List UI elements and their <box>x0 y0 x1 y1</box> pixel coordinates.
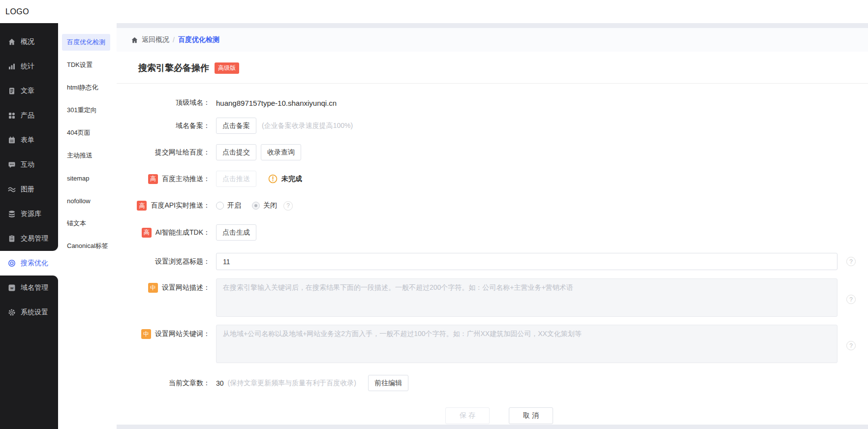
radio-off-checked[interactable] <box>252 202 260 210</box>
content-card: 返回概况 / 百度优化检测 搜索引擎必备操作 高级版 顶级域名： huang89… <box>117 28 868 425</box>
sidebar-item-label: 文章 <box>21 87 34 95</box>
sidebar-item-label: 域名管理 <box>21 283 48 292</box>
sidebar-item-seo[interactable]: 搜索优化 <box>0 251 58 276</box>
database-icon <box>8 210 16 218</box>
main-area: 返回概况 / 百度优化检测 搜索引擎必备操作 高级版 顶级域名： huang89… <box>117 23 868 429</box>
field-label: 百度API实时推送： <box>151 201 210 210</box>
help-icon[interactable]: ? <box>846 295 856 304</box>
breadcrumb-separator: / <box>173 36 175 44</box>
sidebar-item-label: 表单 <box>21 136 34 145</box>
sidebar-item-trade[interactable]: 交易管理 <box>0 226 58 251</box>
article-count-hint: (保持文章更新频率与质量有利于百度收录) <box>228 379 356 388</box>
radio-on-label[interactable]: 开启 <box>227 201 241 210</box>
home-icon <box>131 36 138 44</box>
cancel-button[interactable]: 取 消 <box>509 407 553 424</box>
submit-url-button[interactable]: 点击提交 <box>216 144 256 160</box>
sidebar-item-library[interactable]: 资源库 <box>0 202 58 226</box>
submenu-item-nofollow[interactable]: nofollow <box>58 189 117 212</box>
logo: LOGO <box>5 7 29 16</box>
site-desc-textarea[interactable] <box>216 278 837 317</box>
page-title: 搜索引擎必备操作 <box>138 62 209 74</box>
sidebar-item-label: 系统设置 <box>21 308 48 317</box>
seo-form: 顶级域名： huang897157type-10.shanxiyunqi.cn … <box>117 84 868 424</box>
radio-on[interactable] <box>216 202 224 210</box>
radio-off-label[interactable]: 关闭 <box>263 201 277 210</box>
sidebar-item-label: 资源库 <box>21 210 41 218</box>
sidebar-item-forms[interactable]: 表单 <box>0 128 58 153</box>
help-icon[interactable]: ? <box>283 201 293 211</box>
svg-text:w: w <box>10 286 14 290</box>
secondary-sidebar: 百度优化检测 TDK设置 html静态化 301重定向 404页面 主动推送 s… <box>58 23 117 429</box>
form-row-api-push: 高 百度API实时推送： 开启 关闭 ? <box>117 201 868 211</box>
mid-tag: 中 <box>141 329 151 339</box>
submenu-item-baidu-check[interactable]: 百度优化检测 <box>58 31 117 54</box>
sidebar-item-articles[interactable]: 文章 <box>0 79 58 103</box>
sidebar-item-label: 产品 <box>21 111 34 120</box>
article-count-value: 30 <box>216 379 224 387</box>
premium-badge: 高级版 <box>215 62 239 74</box>
sidebar-item-label: 统计 <box>21 62 34 71</box>
grid-icon <box>8 112 16 120</box>
field-label: 域名备案： <box>176 122 210 130</box>
field-label: AI智能生成TDK： <box>155 228 210 237</box>
sidebar-item-overview[interactable]: 概况 <box>0 30 58 54</box>
submenu-item-canonical[interactable]: Canonical标签 <box>58 235 117 257</box>
status-incomplete: 未完成 <box>281 175 302 184</box>
browser-title-input[interactable] <box>216 253 837 270</box>
field-label: 顶级域名： <box>176 98 210 107</box>
sidebar-item-gallery[interactable]: 图册 <box>0 177 58 202</box>
submenu-item-301[interactable]: 301重定向 <box>58 99 117 122</box>
sidebar-item-label: 概况 <box>21 37 34 46</box>
form-row-baidu-submit: 提交网址给百度： 点击提交 收录查询 <box>117 144 868 160</box>
document-icon <box>8 87 16 95</box>
breadcrumb: 返回概况 / 百度优化检测 <box>117 28 868 52</box>
sidebar-item-label: 图册 <box>21 185 34 194</box>
submenu-item-tdk[interactable]: TDK设置 <box>58 54 117 76</box>
chart-icon <box>8 62 16 70</box>
gear-icon <box>8 308 16 316</box>
site-keywords-textarea[interactable] <box>216 325 837 363</box>
sidebar-item-domain[interactable]: w 域名管理 <box>0 276 58 300</box>
form-icon <box>8 136 16 144</box>
form-row-ai-tdk: 高 AI智能生成TDK： 点击生成 <box>117 224 868 241</box>
form-row-article-count: 当前文章数： 30 (保持文章更新频率与质量有利于百度收录) 前往编辑 <box>117 375 868 391</box>
index-query-button[interactable]: 收录查询 <box>261 144 301 160</box>
submenu-item-push[interactable]: 主动推送 <box>58 144 117 167</box>
field-label: 设置浏览器标题： <box>155 257 210 266</box>
ai-generate-button[interactable]: 点击生成 <box>216 224 256 241</box>
field-label: 百度主动推送： <box>162 175 210 184</box>
high-tag: 高 <box>137 201 147 211</box>
form-row-browser-title: 设置浏览器标题： ? <box>117 253 868 270</box>
sidebar-item-label: 交易管理 <box>21 234 48 243</box>
sidebar-item-products[interactable]: 产品 <box>0 103 58 128</box>
breadcrumb-back-link[interactable]: 返回概况 <box>142 35 169 44</box>
sidebar-filler <box>0 325 58 429</box>
waves-icon <box>8 185 16 193</box>
help-icon[interactable]: ? <box>846 341 856 350</box>
field-label: 设置网站描述： <box>162 283 210 292</box>
sidebar-item-label: 互动 <box>21 160 34 169</box>
target-icon <box>8 259 16 267</box>
sidebar-item-label: 搜索优化 <box>21 259 48 268</box>
chat-icon <box>8 161 16 169</box>
sidebar-spacer <box>0 23 58 30</box>
breadcrumb-current: 百度优化检测 <box>178 35 219 44</box>
sidebar-item-interaction[interactable]: 互动 <box>0 153 58 177</box>
top-header: LOGO <box>0 0 868 23</box>
mid-tag: 中 <box>148 283 158 293</box>
go-edit-button[interactable]: 前往编辑 <box>368 375 408 391</box>
primary-sidebar: 概况 统计 文章 产品 <box>0 23 58 429</box>
sidebar-item-stats[interactable]: 统计 <box>0 54 58 79</box>
submenu-item-anchor[interactable]: 锚文本 <box>58 212 117 235</box>
clipboard-icon <box>8 235 16 243</box>
help-icon[interactable]: ? <box>846 257 856 266</box>
beian-hint: (企业备案收录速度提高100%) <box>262 122 353 130</box>
submenu-item-sitemap[interactable]: sitemap <box>58 167 117 189</box>
high-tag: 高 <box>142 228 152 238</box>
form-row-beian: 域名备案： 点击备案 (企业备案收录速度提高100%) <box>117 118 868 134</box>
beian-button[interactable]: 点击备案 <box>216 118 256 134</box>
submenu-item-html-static[interactable]: html静态化 <box>58 76 117 99</box>
submenu-item-404[interactable]: 404页面 <box>58 122 117 144</box>
form-row-domain: 顶级域名： huang897157type-10.shanxiyunqi.cn <box>117 98 868 107</box>
sidebar-item-settings[interactable]: 系统设置 <box>0 300 58 325</box>
